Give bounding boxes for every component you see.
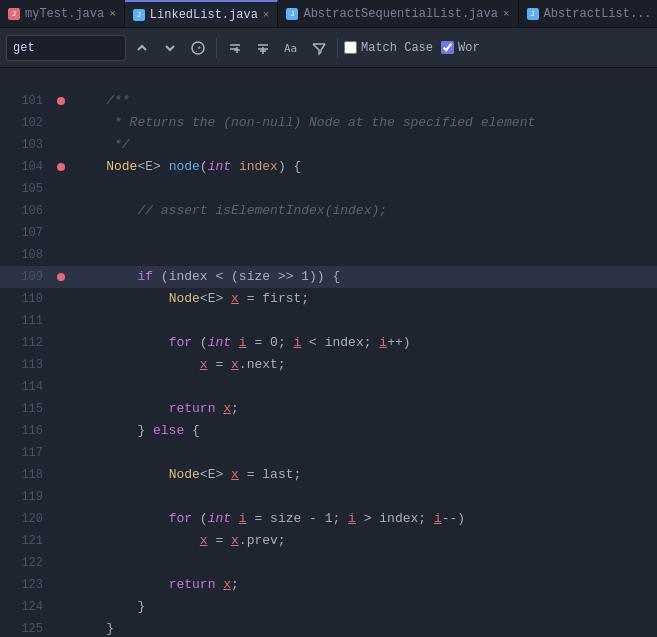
line-content-106: // assert isElementIndex(index);	[67, 200, 387, 222]
tab-icon-abstractseq: J	[286, 8, 298, 20]
line-content-120: for (int i = size - 1; i > index; i--)	[67, 508, 465, 530]
word-checkbox[interactable]	[441, 41, 454, 54]
editor: 101 /** 102 * Returns the (non-null) Nod…	[0, 68, 657, 637]
replace-all-button[interactable]	[251, 35, 275, 61]
svg-text:.*: .*	[195, 44, 202, 54]
line-num-116: 116	[0, 420, 55, 442]
line-num-124: 124	[0, 596, 55, 618]
line-105: 105	[0, 178, 657, 200]
match-case-label[interactable]: Match Case	[344, 41, 433, 55]
word-text: Wor	[458, 41, 480, 55]
line-content-113: x = x.next;	[67, 354, 286, 376]
match-case-text: Match Case	[361, 41, 433, 55]
tab-abstractlist[interactable]: J AbstractList...	[519, 0, 657, 27]
line-num-119: 119	[0, 486, 55, 508]
close-linkedlist[interactable]: ×	[263, 9, 270, 21]
bp-col-113	[55, 354, 67, 376]
tab-label-abstractseq: AbstractSequentialList.java	[303, 7, 497, 21]
search-input[interactable]	[13, 41, 103, 55]
line-content-117	[67, 442, 75, 464]
line-num-106: 106	[0, 200, 55, 222]
word-label[interactable]: Wor	[441, 41, 480, 55]
tab-label-mytest: myTest.java	[25, 7, 104, 21]
line-102: 102 * Returns the (non-null) Node at the…	[0, 112, 657, 134]
close-mytest[interactable]: ×	[109, 8, 116, 20]
line-116: 116 } else {	[0, 420, 657, 442]
line-content	[67, 68, 75, 90]
line-empty-1	[0, 68, 657, 90]
bp-col-101	[55, 90, 67, 112]
bp-col-121	[55, 530, 67, 552]
line-num-123: 123	[0, 574, 55, 596]
line-117: 117	[0, 442, 657, 464]
add-replace-button[interactable]	[223, 35, 247, 61]
case-sensitive-button[interactable]: Aa	[279, 35, 303, 61]
line-content-101: /**	[67, 90, 130, 112]
line-103: 103 */	[0, 134, 657, 156]
line-num-101: 101	[0, 90, 55, 112]
bp-col	[55, 68, 67, 90]
next-occurrence-button[interactable]	[158, 35, 182, 61]
prev-occurrence-button[interactable]	[130, 35, 154, 61]
bp-col-115	[55, 398, 67, 420]
line-num-110: 110	[0, 288, 55, 310]
line-num-114: 114	[0, 376, 55, 398]
tab-abstractseq[interactable]: J AbstractSequentialList.java ×	[278, 0, 518, 27]
line-num-103: 103	[0, 134, 55, 156]
line-content-124: }	[67, 596, 145, 618]
line-content-123: return x;	[67, 574, 239, 596]
line-107: 107	[0, 222, 657, 244]
filter-button[interactable]	[307, 35, 331, 61]
find-bar: .* Aa Match Case	[0, 28, 657, 68]
regex-button[interactable]: .*	[186, 35, 210, 61]
line-num-121: 121	[0, 530, 55, 552]
line-124: 124 }	[0, 596, 657, 618]
line-num-107: 107	[0, 222, 55, 244]
line-content-114	[67, 376, 75, 398]
bp-col-122	[55, 552, 67, 574]
separator-1	[216, 38, 217, 58]
bp-col-103	[55, 134, 67, 156]
bp-col-111	[55, 310, 67, 332]
tab-icon-abstractlist: J	[527, 8, 539, 20]
bp-col-123	[55, 574, 67, 596]
line-content-125: }	[67, 618, 114, 637]
bp-col-116	[55, 420, 67, 442]
line-num-122: 122	[0, 552, 55, 574]
line-121: 121 x = x.prev;	[0, 530, 657, 552]
line-num-104: 104	[0, 156, 55, 178]
line-content-111	[67, 310, 75, 332]
bp-col-114	[55, 376, 67, 398]
line-125: 125 }	[0, 618, 657, 637]
bp-col-125	[55, 618, 67, 637]
bp-col-104	[55, 156, 67, 178]
tab-linkedlist[interactable]: J LinkedList.java ×	[125, 0, 279, 27]
line-content-115: return x;	[67, 398, 239, 420]
line-content-110: Node<E> x = first;	[67, 288, 309, 310]
breakpoint-101	[57, 97, 65, 105]
line-num-113: 113	[0, 354, 55, 376]
line-content-105	[67, 178, 75, 200]
match-case-checkbox[interactable]	[344, 41, 357, 54]
tab-icon-linkedlist: J	[133, 9, 145, 21]
line-num	[0, 68, 55, 90]
line-content-118: Node<E> x = last;	[67, 464, 301, 486]
bp-col-109	[55, 266, 67, 288]
tab-icon-mytest: J	[8, 8, 20, 20]
line-114: 114	[0, 376, 657, 398]
line-content-116: } else {	[67, 420, 200, 442]
line-content-122	[67, 552, 75, 574]
bp-col-124	[55, 596, 67, 618]
close-abstractseq[interactable]: ×	[503, 8, 510, 20]
bp-col-120	[55, 508, 67, 530]
code-area: 101 /** 102 * Returns the (non-null) Nod…	[0, 68, 657, 637]
line-content-121: x = x.prev;	[67, 530, 286, 552]
tab-mytest[interactable]: J myTest.java ×	[0, 0, 125, 27]
line-num-115: 115	[0, 398, 55, 420]
line-num-118: 118	[0, 464, 55, 486]
separator-2	[337, 38, 338, 58]
bp-col-108	[55, 244, 67, 266]
bp-col-118	[55, 464, 67, 486]
bp-col-106	[55, 200, 67, 222]
line-content-104: Node<E> node(int index) {	[67, 156, 301, 178]
